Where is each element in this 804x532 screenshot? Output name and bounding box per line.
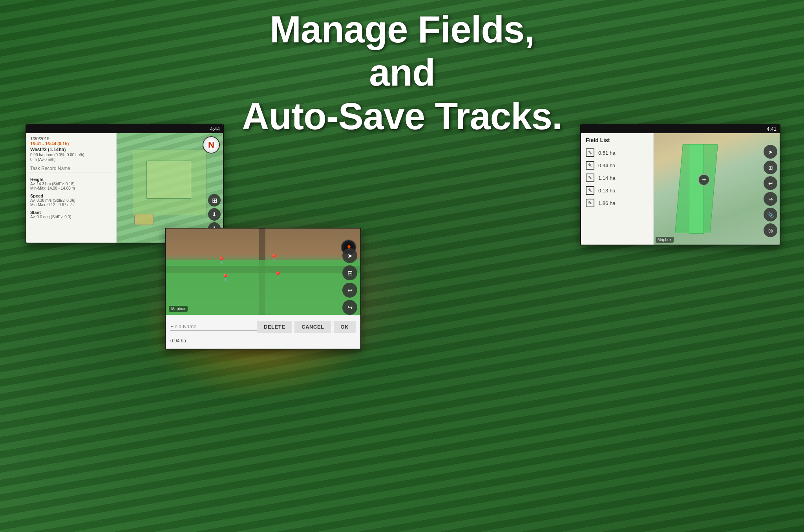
- panel-right-content: Field List ✎ 0.51 ha ✎ 0.94 ha ✎ 1.14 ha…: [581, 133, 780, 245]
- compass-left[interactable]: N: [203, 136, 220, 154]
- headline-line3: Auto-Save Tracks.: [242, 95, 562, 137]
- location-btn-right[interactable]: ◎: [764, 223, 777, 237]
- distance-display: 0 m (Av.0 m/h): [30, 157, 112, 162]
- center-field-green: [166, 260, 360, 315]
- edit-icon-3: ✎: [586, 174, 594, 182]
- undo-icon-center: ↩: [347, 287, 353, 294]
- attachment-icon-right: 📎: [767, 212, 774, 218]
- field-list-item-2[interactable]: ✎ 0.94 ha: [581, 159, 653, 172]
- map-column-right: + ➤ ⊞ ↩ ↪ 📎: [654, 133, 780, 245]
- download-btn[interactable]: ⬇: [208, 208, 221, 221]
- speed-av: Av. 0.38 m/s (StdEv. 0.06): [30, 198, 112, 203]
- layers-icon-center: ⊞: [347, 269, 353, 277]
- field-list-column: Field List ✎ 0.51 ha ✎ 0.94 ha ✎ 1.14 ha…: [581, 133, 654, 245]
- navigate-icon-center: ➤: [347, 252, 353, 260]
- center-side-controls: ➤ ⊞ ↩ ↪ 📎 ◎: [342, 248, 357, 315]
- edit-icon-4: ✎: [586, 186, 594, 195]
- headline-section: Manage Fields, and Auto-Save Tracks.: [0, 8, 804, 138]
- field-list-item-4[interactable]: ✎ 0.13 ha: [581, 184, 653, 197]
- map-pin-4: 📍: [274, 271, 280, 279]
- right-field-highlight: [689, 144, 704, 233]
- layers-btn-right[interactable]: ⊞: [764, 161, 777, 174]
- field-list-item-3[interactable]: ✎ 1.14 ha: [581, 172, 653, 184]
- redo-icon-center: ↪: [347, 304, 353, 311]
- delete-button[interactable]: DELETE: [257, 321, 292, 333]
- field-name-input[interactable]: [170, 323, 257, 331]
- map-column-left: N ⊞ ⬇ ⬇: [117, 133, 223, 243]
- download-icon: ⬇: [212, 211, 217, 218]
- right-side-controls: ➤ ⊞ ↩ ↪ 📎 ◎: [764, 145, 777, 237]
- panel-task-record: 4:44 1/30/2019 16:41 - 16:44 (0.1h) West…: [26, 124, 224, 243]
- time-range-display: 16:41 - 16:44 (0.1h): [30, 141, 112, 146]
- edit-icon-5: ✎: [586, 199, 594, 207]
- slant-section: Slant Av. 0.0 deg (StdEv. 0.0): [30, 210, 112, 219]
- cancel-button[interactable]: CANCEL: [294, 321, 331, 333]
- height-av: Av. 14.31 m (StdEv. 0.18): [30, 182, 112, 186]
- location-icon-right: ◎: [768, 227, 773, 234]
- ok-button[interactable]: OK: [334, 321, 356, 333]
- slant-av: Av. 0.0 deg (StdEv. 0.0): [30, 215, 112, 219]
- undo-icon-right: ↩: [768, 180, 773, 186]
- speed-label: Speed: [30, 194, 112, 198]
- redo-btn-right[interactable]: ↪: [764, 192, 777, 206]
- field-ha-4: 0.13 ha: [598, 188, 615, 194]
- field-list-item-1[interactable]: ✎ 0.51 ha: [581, 146, 653, 159]
- dialog-buttons: DELETE CANCEL OK: [257, 321, 356, 333]
- edit-icon-2: ✎: [586, 161, 594, 170]
- layers-btn-center[interactable]: ⊞: [342, 265, 357, 280]
- task-record-input[interactable]: [30, 165, 112, 172]
- navigate-btn-right[interactable]: ➤: [764, 145, 777, 159]
- panel-field-list: 4:41 Field List ✎ 0.51 ha ✎ 0.94 ha ✎ 1.…: [580, 124, 780, 245]
- map-pin-3: 📍: [221, 273, 227, 281]
- center-map: 4:42 📍 📍 📍 📍 ⬆ ➤ ⊞: [166, 229, 360, 315]
- panel-left-content: 1/30/2019 16:41 - 16:44 (0.1h) West#2 (1…: [26, 133, 223, 243]
- height-section: Height Av. 14.31 m (StdEv. 0.18) Min-Max…: [30, 177, 112, 190]
- ha-done-display: 0.00 ha done (0.0%, 0.00 ha/h): [30, 153, 112, 157]
- field-ha-2: 0.94 ha: [598, 163, 615, 168]
- speed-minmax: Min-Max: 0.12 - 0.67 m/s: [30, 203, 112, 207]
- field-edit-dialog: DELETE CANCEL OK 0.94 ha: [166, 315, 360, 349]
- add-field-btn[interactable]: +: [698, 174, 710, 186]
- map-pin-1: 📍: [217, 256, 223, 264]
- tractor-map-icon: [134, 214, 154, 225]
- speed-section: Speed Av. 0.38 m/s (StdEv. 0.06) Min-Max…: [30, 194, 112, 207]
- panel-field-edit: 4:42 📍 📍 📍 📍 ⬆ ➤ ⊞: [165, 228, 361, 349]
- dialog-ha-row: 0.94 ha: [170, 338, 356, 344]
- slant-label: Slant: [30, 210, 112, 215]
- headline-line2: and: [369, 51, 435, 93]
- redo-btn-center[interactable]: ↪: [342, 300, 357, 315]
- field-ha-1: 0.51 ha: [598, 150, 615, 156]
- height-label: Height: [30, 177, 112, 182]
- layers-icon-right: ⊞: [768, 165, 773, 171]
- field-ha-display: 0.94 ha: [170, 338, 186, 344]
- map-pin-2: 📍: [270, 254, 276, 261]
- map-field-box-2: [146, 161, 191, 199]
- field-name-display: West#2 (1.14ha): [30, 147, 112, 152]
- height-minmax: Min-Max: 14.00 - 14.80 m: [30, 186, 112, 190]
- field-ha-3: 1.14 ha: [598, 175, 615, 181]
- mapbox-logo-center: Mapbox: [169, 306, 188, 312]
- redo-icon-right: ↪: [768, 196, 773, 202]
- undo-btn-right[interactable]: ↩: [764, 176, 777, 190]
- navigate-icon-right: ➤: [768, 149, 773, 155]
- navigate-btn-center[interactable]: ➤: [342, 248, 357, 263]
- grid-icon: ⊞: [212, 197, 217, 204]
- dialog-input-row: DELETE CANCEL OK: [170, 321, 356, 333]
- info-column: 1/30/2019 16:41 - 16:44 (0.1h) West#2 (1…: [26, 133, 117, 243]
- attachment-btn-right[interactable]: 📎: [764, 208, 777, 221]
- headline-line1: Manage Fields,: [270, 8, 534, 50]
- undo-btn-center[interactable]: ↩: [342, 283, 357, 298]
- field-ha-5: 1.86 ha: [598, 200, 615, 206]
- grid-btn[interactable]: ⊞: [208, 194, 221, 207]
- screenshots-container: 4:44 1/30/2019 16:41 - 16:44 (0.1h) West…: [0, 122, 804, 532]
- edit-icon-1: ✎: [586, 148, 594, 157]
- mapbox-logo-right: Mapbox: [656, 237, 674, 243]
- field-list-item-5[interactable]: ✎ 1.86 ha: [581, 197, 653, 209]
